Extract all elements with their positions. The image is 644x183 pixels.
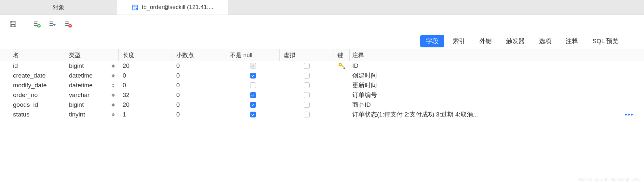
cell-length[interactable]: 20 [119, 100, 172, 110]
tab-table-label: tb_order@seckill (121.41.... [142, 4, 213, 11]
subnav-bar: 字段索引外键触发器选项注释SQL 预览 [0, 33, 644, 49]
header-key[interactable]: 键 [333, 49, 350, 61]
not-null-checkbox[interactable] [250, 102, 256, 108]
cell-type[interactable]: bigint [65, 61, 119, 71]
toolbar [0, 15, 644, 33]
tab-objects[interactable]: 对象 [0, 0, 117, 15]
cell-name[interactable]: status [0, 110, 65, 119]
cell-comment[interactable]: 创建时间 [350, 71, 644, 80]
table-row[interactable]: statustinyint10订单状态(1:待支付 2:支付成功 3:过期 4:… [0, 110, 644, 119]
cell-comment[interactable]: 订单状态(1:待支付 2:支付成功 3:过期 4:取消...••• [350, 110, 644, 119]
header-decimal[interactable]: 小数点 [172, 49, 226, 61]
cell-comment[interactable]: 更新时间 [350, 80, 644, 90]
cell-name[interactable]: id [0, 61, 65, 71]
table-row[interactable]: idbigint2001ID [0, 61, 644, 71]
svg-text:1: 1 [343, 66, 345, 69]
cell-decimal[interactable]: 0 [172, 100, 226, 110]
insert-field-button[interactable] [46, 18, 59, 30]
subnav-item-3[interactable]: 触发器 [500, 35, 530, 47]
cell-name[interactable]: order_no [0, 90, 65, 100]
virtual-checkbox[interactable] [304, 63, 310, 69]
subnav-item-1[interactable]: 索引 [447, 35, 471, 47]
table-row[interactable]: order_novarchar320订单编号 [0, 90, 644, 100]
virtual-checkbox[interactable] [304, 102, 310, 108]
not-null-checkbox[interactable] [250, 63, 256, 69]
cell-decimal[interactable]: 0 [172, 110, 226, 119]
cell-comment[interactable]: ID [350, 61, 644, 71]
svg-rect-4 [11, 21, 14, 23]
not-null-checkbox[interactable] [250, 73, 256, 79]
cell-virtual [280, 90, 333, 100]
cell-virtual [280, 110, 333, 119]
primary-key-icon: 1 [338, 62, 345, 69]
delete-field-button[interactable] [61, 18, 74, 30]
cell-length[interactable]: 1 [119, 110, 172, 119]
cell-length[interactable]: 20 [119, 61, 172, 71]
type-stepper[interactable] [112, 84, 115, 87]
tab-table[interactable]: tb_order@seckill (121.41.... [117, 0, 228, 15]
subnav-item-2[interactable]: 外键 [474, 35, 498, 47]
subnav-item-4[interactable]: 选项 [533, 35, 557, 47]
cell-type[interactable]: varchar [65, 90, 119, 100]
tab-objects-label: 对象 [53, 4, 64, 11]
header-virtual[interactable]: 虚拟 [280, 49, 333, 61]
save-button[interactable] [7, 18, 20, 30]
cell-name[interactable]: goods_id [0, 100, 65, 110]
cell-virtual [280, 71, 333, 80]
cell-virtual [280, 100, 333, 110]
cell-decimal[interactable]: 0 [172, 71, 226, 80]
table-row[interactable]: modify_datedatetime00更新时间 [0, 80, 644, 90]
cell-not-null [226, 90, 280, 100]
type-stepper[interactable] [112, 93, 115, 97]
cell-key [333, 71, 350, 80]
table-icon [131, 4, 139, 11]
cell-length[interactable]: 0 [119, 80, 172, 90]
virtual-checkbox[interactable] [304, 82, 310, 88]
cell-decimal[interactable]: 0 [172, 61, 226, 71]
cell-not-null [226, 71, 280, 80]
header-name[interactable]: 名 [0, 49, 65, 61]
cell-virtual [280, 80, 333, 90]
type-stepper[interactable] [112, 113, 115, 116]
ellipsis-icon[interactable]: ••• [625, 111, 634, 118]
toolbar-separator [25, 19, 25, 29]
cell-decimal[interactable]: 0 [172, 80, 226, 90]
add-field-button[interactable] [30, 18, 43, 30]
type-stepper[interactable] [112, 103, 115, 107]
type-stepper[interactable] [112, 64, 115, 68]
cell-type[interactable]: tinyint [65, 110, 119, 119]
table-row[interactable]: create_datedatetime00创建时间 [0, 71, 644, 80]
cell-decimal[interactable]: 0 [172, 90, 226, 100]
cell-comment[interactable]: 订单编号 [350, 90, 644, 100]
header-not-null[interactable]: 不是 null [226, 49, 280, 61]
subnav-item-6[interactable]: SQL 预览 [586, 35, 624, 47]
subnav-item-0[interactable]: 字段 [420, 35, 444, 47]
not-null-checkbox[interactable] [250, 82, 256, 88]
cell-virtual [280, 61, 333, 71]
header-comment[interactable]: 注释 [350, 49, 644, 61]
cell-type[interactable]: datetime [65, 71, 119, 80]
virtual-checkbox[interactable] [304, 92, 310, 98]
cell-key [333, 100, 350, 110]
virtual-checkbox[interactable] [304, 112, 310, 117]
table-row[interactable]: goods_idbigint200商品ID [0, 100, 644, 110]
not-null-checkbox[interactable] [250, 92, 256, 98]
cell-name[interactable]: create_date [0, 71, 65, 80]
tabs-bar: 对象 tb_order@seckill (121.41.... [0, 0, 644, 15]
virtual-checkbox[interactable] [304, 73, 310, 79]
type-stepper[interactable] [112, 74, 115, 78]
cell-type[interactable]: bigint [65, 100, 119, 110]
cell-comment[interactable]: 商品ID [350, 100, 644, 110]
cell-not-null [226, 110, 280, 119]
cell-length[interactable]: 0 [119, 71, 172, 80]
cell-not-null [226, 80, 280, 90]
subnav-item-5[interactable]: 注释 [560, 35, 584, 47]
cell-type[interactable]: datetime [65, 80, 119, 90]
cell-length[interactable]: 32 [119, 90, 172, 100]
cell-name[interactable]: modify_date [0, 80, 65, 90]
cell-key [333, 80, 350, 90]
cell-not-null [226, 61, 280, 71]
not-null-checkbox[interactable] [250, 112, 256, 117]
header-type[interactable]: 类型 [65, 49, 119, 61]
header-length[interactable]: 长度 [119, 49, 172, 61]
